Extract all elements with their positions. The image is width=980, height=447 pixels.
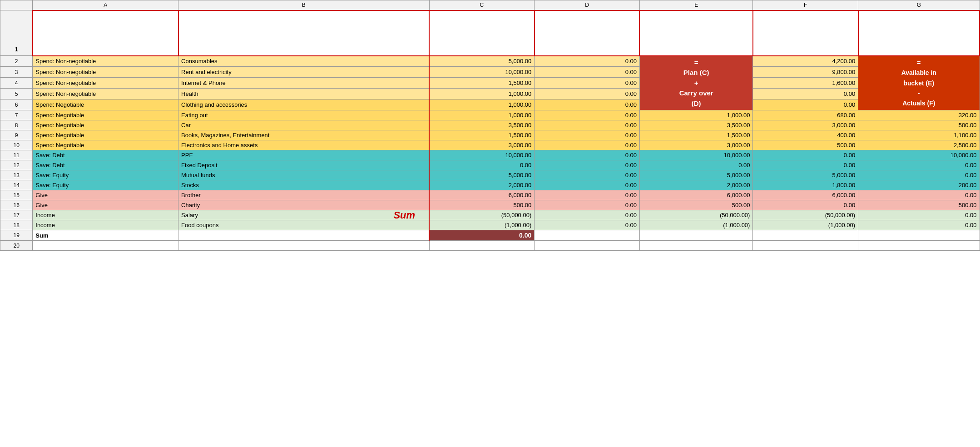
bucket-cell: Rent and electricity	[178, 67, 429, 78]
actuals-cell: 4,200.00	[753, 56, 858, 67]
available-cell: (50,000.00)	[639, 210, 753, 220]
table-row: 3Spend: Non-negotiableRent and electrici…	[0, 67, 980, 78]
bucket-class-cell: Sum	[33, 230, 178, 241]
plan-cell: 3,500.00	[429, 120, 535, 130]
bucket-class-header	[33, 10, 178, 56]
row-num-18: 18	[0, 220, 33, 230]
row-num-11: 11	[0, 150, 33, 160]
bucket-cell: Charity	[178, 200, 429, 210]
row-num-19: 19	[0, 230, 33, 241]
table-row: 11Save: DebtPPF10,000.000.0010,000.000.0…	[0, 150, 980, 160]
bucket-cell: Mutual funds	[178, 170, 429, 180]
col-header-g: G	[858, 0, 980, 10]
bucket-cell: Salary Sum	[178, 210, 429, 220]
carry-forward-header	[858, 10, 980, 56]
actuals-cell: 0.00	[753, 200, 858, 210]
bucket-cell: Clothing and accessories	[178, 99, 429, 110]
carry-over-cell: 0.00	[535, 190, 640, 200]
actuals-cell: 1,800.00	[753, 180, 858, 190]
plan-cell: 3,000.00	[429, 140, 535, 150]
row-num-9: 9	[0, 130, 33, 140]
carry-forward-cell: 0.00	[858, 210, 980, 220]
row-num-13: 13	[0, 170, 33, 180]
bucket-class-cell: Give	[33, 200, 178, 210]
table-row: 4Spend: Non-negotiableInternet & Phone1,…	[0, 78, 980, 89]
bucket-cell: Electronics and Home assets	[178, 140, 429, 150]
carry-over-cell: 0.00	[535, 89, 640, 99]
bucket-class-cell: Save: Debt	[33, 150, 178, 160]
table-row: 10Spend: NegotiableElectronics and Home …	[0, 140, 980, 150]
row-num-10: 10	[0, 140, 33, 150]
bucket-cell: Car	[178, 120, 429, 130]
plan-cell: 1,500.00	[429, 130, 535, 140]
table-row: 6Spend: NegotiableClothing and accessori…	[0, 99, 980, 110]
bucket-class-cell: Spend: Non-negotiable	[33, 78, 178, 89]
row-num-16: 16	[0, 200, 33, 210]
actuals-cell: 0.00	[753, 160, 858, 170]
carry-forward-cell: 500.00	[858, 200, 980, 210]
sum-annotation: Sum	[393, 209, 415, 221]
bucket-class-cell: Spend: Negotiable	[33, 110, 178, 120]
bucket-class-cell: Income	[33, 220, 178, 230]
plan-cell: (50,000.00)	[429, 210, 535, 220]
carry-forward-cell: 0.00	[858, 190, 980, 200]
carry-over-cell: 0.00	[535, 200, 640, 210]
bucket-class-cell: Spend: Negotiable	[33, 120, 178, 130]
bucket-class-cell: Save: Equity	[33, 180, 178, 190]
carry-over-cell: 0.00	[535, 99, 640, 110]
plan-cell: 0.00	[429, 160, 535, 170]
carry-over-cell: 0.00	[535, 130, 640, 140]
table-row: 8Spend: NegotiableCar3,500.000.003,500.0…	[0, 120, 980, 130]
bucket-class-cell: Save: Debt	[33, 160, 178, 170]
table-row: 7Spend: NegotiableEating out1,000.000.00…	[0, 110, 980, 120]
bucket-cell: Consumables	[178, 56, 429, 67]
actuals-cell: 5,000.00	[753, 170, 858, 180]
table-row: 15GiveBrother6,000.000.006,000.006,000.0…	[0, 190, 980, 200]
plan-cell: 5,000.00	[429, 56, 535, 67]
carry-forward-cell: 0.00	[858, 170, 980, 180]
carry-forward-cell: 0.00	[858, 160, 980, 170]
carry-over-cell: 0.00	[535, 67, 640, 78]
table-row: 9Spend: NegotiableBooks, Magazines, Ente…	[0, 130, 980, 140]
header-row: 1	[0, 10, 980, 56]
actuals-cell: 0.00	[753, 89, 858, 99]
row-num-14: 14	[0, 180, 33, 190]
plan-cell: 1,000.00	[429, 99, 535, 110]
table-row: 16GiveCharity500.000.00500.000.00500.00	[0, 200, 980, 210]
available-cell: 3,000.00	[639, 140, 753, 150]
bucket-class-cell: Income	[33, 210, 178, 220]
corner-cell	[0, 0, 33, 10]
row-num-12: 12	[0, 160, 33, 170]
plan-cell: 10,000.00	[429, 67, 535, 78]
plan-cell: 500.00	[429, 200, 535, 210]
empty-row: 20	[0, 241, 980, 251]
bucket-cell: Food coupons	[178, 220, 429, 230]
plan-cell: 6,000.00	[429, 190, 535, 200]
carry-forward-cell: 0.00	[858, 220, 980, 230]
carry-over-cell: 0.00	[535, 180, 640, 190]
plan-cell: 10,000.00	[429, 150, 535, 160]
table-row: 13Save: EquityMutual funds5,000.000.005,…	[0, 170, 980, 180]
table-row: 2Spend: Non-negotiableConsumables5,000.0…	[0, 56, 980, 67]
table-row: 12Save: DebtFixed Deposit0.000.000.000.0…	[0, 160, 980, 170]
bucket-header	[178, 10, 429, 56]
bucket-cell: Internet & Phone	[178, 78, 429, 89]
bucket-class-cell: Spend: Negotiable	[33, 99, 178, 110]
plan-cell: 1,000.00	[429, 89, 535, 99]
bucket-class-cell: Give	[33, 190, 178, 200]
carry-over-cell: 0.00	[535, 220, 640, 230]
bucket-label: Salary	[181, 212, 198, 219]
available-cell: 1,500.00	[639, 130, 753, 140]
plan-cell: 2,000.00	[429, 180, 535, 190]
actuals-cell: (1,000.00)	[753, 220, 858, 230]
bucket-cell: Fixed Deposit	[178, 160, 429, 170]
col-header-b: B	[178, 0, 429, 10]
tooltip-e-text: =Plan (C)+Carry over(D)	[679, 59, 713, 107]
carry-over-cell: 0.00	[535, 110, 640, 120]
row-num-17: 17	[0, 210, 33, 220]
actuals-cell: (50,000.00)	[753, 210, 858, 220]
available-cell: (1,000.00)	[639, 220, 753, 230]
plan-cell: 1,000.00	[429, 110, 535, 120]
available-cell: 500.00	[639, 200, 753, 210]
carry-forward-cell: 500.00	[858, 120, 980, 130]
